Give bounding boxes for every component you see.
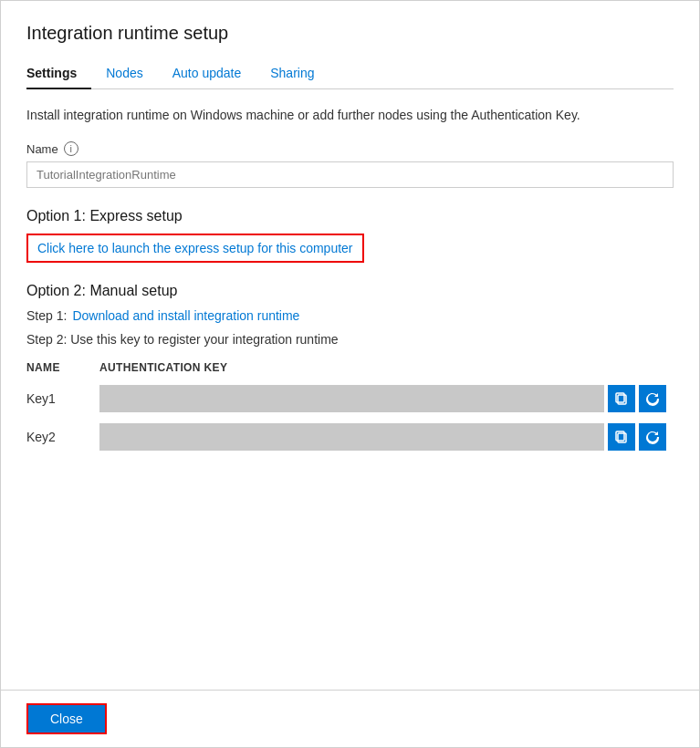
step2-label: Step 2: Use this key to register your in… (26, 332, 339, 347)
dialog-content: Integration runtime setup Settings Nodes… (1, 1, 699, 690)
name-input[interactable] (26, 161, 674, 188)
key1-refresh-button[interactable] (639, 385, 666, 412)
refresh-icon (645, 391, 660, 406)
key2-copy-button[interactable] (608, 423, 635, 451)
key2-input (99, 423, 604, 451)
key1-input (99, 385, 604, 412)
tabs-bar: Settings Nodes Auto update Sharing (26, 58, 674, 89)
table-row: Key1 (26, 379, 674, 418)
express-link-box: Click here to launch the express setup f… (26, 234, 364, 263)
copy-icon (614, 391, 629, 406)
tab-auto-update[interactable]: Auto update (172, 58, 256, 89)
option1-title: Option 1: Express setup (26, 208, 674, 224)
option2-title: Option 2: Manual setup (26, 283, 674, 299)
key1-name: Key1 (26, 379, 99, 418)
key1-copy-button[interactable] (608, 385, 635, 412)
key1-input-row (99, 385, 666, 412)
key2-value-cell (99, 418, 674, 456)
tab-nodes[interactable]: Nodes (106, 58, 157, 89)
step1-label: Step 1: (26, 308, 67, 323)
page-title: Integration runtime setup (26, 23, 674, 44)
table-row: Key2 (26, 418, 674, 456)
col-name-header: NAME (26, 356, 99, 379)
key2-input-row (99, 423, 666, 451)
step2-row: Step 2: Use this key to register your in… (26, 332, 674, 347)
close-button[interactable]: Close (26, 703, 107, 734)
integration-runtime-dialog: Integration runtime setup Settings Nodes… (0, 0, 700, 748)
refresh-icon (645, 430, 660, 444)
step1-link[interactable]: Download and install integration runtime (72, 308, 299, 323)
key2-refresh-button[interactable] (639, 423, 666, 451)
key2-name: Key2 (26, 418, 99, 456)
col-authkey-header: AUTHENTICATION KEY (99, 356, 674, 379)
dialog-footer: Close (1, 690, 699, 747)
name-info-icon[interactable]: i (64, 141, 78, 156)
name-field-label: Name i (26, 141, 674, 156)
tab-sharing[interactable]: Sharing (270, 58, 329, 89)
keys-table: NAME AUTHENTICATION KEY Key1 (26, 356, 674, 456)
tab-settings[interactable]: Settings (26, 58, 91, 89)
step1-row: Step 1: Download and install integration… (26, 308, 674, 323)
key1-value-cell (99, 379, 674, 418)
copy-icon (614, 430, 629, 444)
express-setup-link[interactable]: Click here to launch the express setup f… (37, 241, 353, 255)
description-text: Install integration runtime on Windows m… (26, 106, 674, 125)
